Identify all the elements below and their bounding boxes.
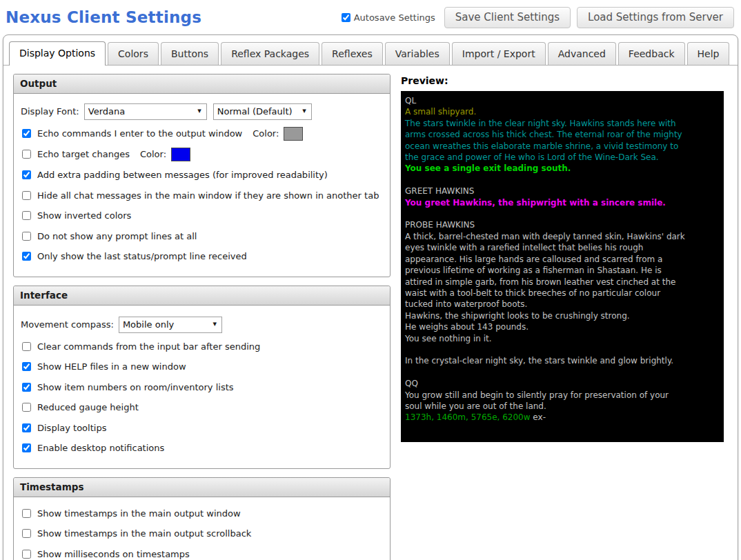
timestamps-section-header: Timestamps <box>14 478 390 497</box>
checkbox-label: Enable desktop notifications <box>37 443 164 453</box>
preview-title: Preview: <box>401 75 728 86</box>
terminal-line: You greet Hawkins, the shipwright with a… <box>405 197 720 208</box>
autosave-checkbox[interactable] <box>342 13 350 22</box>
terminal-line: You grow still and begin to silently pra… <box>405 390 720 401</box>
checkbox-label: Show timestamps in the main output scrol… <box>37 528 251 539</box>
font-family-select-wrap: Verdana <box>84 103 207 120</box>
checkbox-row[interactable]: Only show the last status/prompt line re… <box>21 250 383 263</box>
checkbox[interactable] <box>22 383 31 392</box>
checkbox[interactable] <box>22 550 31 559</box>
terminal-line: You see a single exit leading south. <box>405 163 720 174</box>
terminal-line <box>405 174 720 186</box>
checkbox-row[interactable]: Clear commands from the input bar after … <box>21 340 383 354</box>
checkbox-label: Add extra padding between messages (for … <box>37 170 328 180</box>
movement-compass-select-wrap: Mobile only <box>119 317 222 333</box>
checkbox-row[interactable]: Do not show any prompt lines at all <box>21 230 383 243</box>
color-label: Color: <box>253 128 279 139</box>
preview-terminal: QLA small shipyard.The stars twinkle in … <box>401 91 724 442</box>
checkbox[interactable] <box>22 509 31 518</box>
font-family-select[interactable]: Verdana <box>84 103 207 120</box>
checkbox-row[interactable]: Show timestamps in the main output scrol… <box>21 527 383 541</box>
settings-window: Display OptionsColorsButtonsReflex Packa… <box>3 34 738 560</box>
checkbox[interactable] <box>22 403 31 412</box>
tab-advanced[interactable]: Advanced <box>548 42 616 65</box>
tab-colors[interactable]: Colors <box>108 42 159 65</box>
checkbox-label: Show milliseconds on timestamps <box>37 549 190 559</box>
checkbox-label: Show timestamps in the main output windo… <box>37 508 241 519</box>
terminal-line: 1373h, 1460m, 5765e, 6200w ex- <box>405 412 720 423</box>
tab-import-export[interactable]: Import / Export <box>452 42 546 65</box>
checkbox-row[interactable]: Add extra padding between messages (for … <box>21 168 383 182</box>
save-client-settings-button[interactable]: Save Client Settings <box>444 7 571 28</box>
checkbox-row[interactable]: Reduced gauge height <box>21 401 383 414</box>
checkbox[interactable] <box>22 529 31 538</box>
checkbox-label: Hide all chat messages in the main windo… <box>37 190 379 201</box>
terminal-line: You see nothing in it. <box>405 333 720 344</box>
autosave-label: Autosave Settings <box>354 12 435 23</box>
checkbox-label: Echo target changes <box>37 149 130 159</box>
timestamps-section: Timestamps Show timestamps in the main o… <box>13 477 391 560</box>
preview-column: Preview: QLA small shipyard.The stars tw… <box>401 74 728 560</box>
terminal-line: A small shipyard. <box>405 106 720 117</box>
checkbox[interactable] <box>22 252 31 261</box>
checkbox-label: Display tooltips <box>37 423 106 433</box>
tab-reflexes[interactable]: Reflexes <box>322 42 383 65</box>
checkbox-label: Show inverted colors <box>37 210 131 221</box>
checkbox[interactable] <box>22 443 31 452</box>
terminal-line: In the crystal-clear night sky, the star… <box>405 355 720 366</box>
timestamps-section-body: Show timestamps in the main output windo… <box>14 497 390 560</box>
checkbox[interactable] <box>22 191 31 200</box>
checkbox-row[interactable]: Echo target changesColor: <box>21 148 383 161</box>
checkbox-row[interactable]: Hide all chat messages in the main windo… <box>21 189 383 203</box>
settings-column: Output Display Font:VerdanaNormal (Defau… <box>13 74 391 560</box>
checkbox[interactable] <box>22 232 31 241</box>
font-style-select[interactable]: Normal (Default) <box>213 103 312 120</box>
checkbox-label: Show item numbers on room/inventory list… <box>37 382 234 392</box>
checkbox[interactable] <box>22 129 31 138</box>
tab-display-options[interactable]: Display Options <box>9 41 106 66</box>
checkbox-row[interactable]: Display tooltips <box>21 421 383 435</box>
terminal-line: ocean wreathes this elaborate marble shr… <box>405 141 720 152</box>
checkbox[interactable] <box>22 170 31 179</box>
movement-compass-row: Movement compass:Mobile only <box>21 317 383 333</box>
checkbox-row[interactable]: Show timestamps in the main output windo… <box>21 507 383 521</box>
checkbox-row[interactable]: Echo commands I enter to the output wind… <box>21 127 383 141</box>
color-swatch[interactable] <box>171 148 190 161</box>
tab-feedback[interactable]: Feedback <box>618 42 685 65</box>
checkbox[interactable] <box>22 362 31 371</box>
tab-buttons[interactable]: Buttons <box>161 42 219 65</box>
terminal-line: waist with a tool-belt to thick breeches… <box>405 288 720 299</box>
checkbox[interactable] <box>22 211 31 220</box>
checkbox[interactable] <box>22 423 31 432</box>
tab-variables[interactable]: Variables <box>385 42 450 65</box>
terminal-line: QQ <box>405 378 720 389</box>
checkbox[interactable] <box>22 342 31 351</box>
movement-compass-select[interactable]: Mobile only <box>119 317 222 333</box>
terminal-line: QL <box>405 95 720 106</box>
checkbox-row[interactable]: Show inverted colors <box>21 209 383 223</box>
checkbox-label: Do not show any prompt lines at all <box>37 231 197 241</box>
terminal-line: appearance. His large hands are callouse… <box>405 254 720 265</box>
tab-help[interactable]: Help <box>687 42 730 65</box>
checkbox-row[interactable]: Show item numbers on room/inventory list… <box>21 381 383 394</box>
tab-bar: Display OptionsColorsButtonsReflex Packa… <box>3 35 738 66</box>
color-label: Color: <box>140 149 166 159</box>
checkbox[interactable] <box>22 150 31 159</box>
checkbox-label: Reduced gauge height <box>37 402 139 412</box>
terminal-line: PROBE HAWKINS <box>405 219 720 230</box>
timestamps-options-list: Show timestamps in the main output windo… <box>21 507 383 560</box>
interface-options-list: Clear commands from the input bar after … <box>21 340 383 455</box>
autosave-setting[interactable]: Autosave Settings <box>342 12 435 23</box>
interface-section-body: Movement compass:Mobile only Clear comma… <box>14 306 390 468</box>
tab-reflex-packages[interactable]: Reflex Packages <box>221 42 319 65</box>
checkbox-row[interactable]: Enable desktop notifications <box>21 441 383 455</box>
checkbox-label: Show HELP files in a new window <box>37 361 186 372</box>
color-swatch[interactable] <box>284 127 303 141</box>
terminal-line: A thick, barrel-chested man with deeply … <box>405 231 720 242</box>
checkbox-row[interactable]: Show HELP files in a new window <box>21 360 383 374</box>
terminal-line: arms crossed across his thick chest. The… <box>405 129 720 140</box>
load-settings-from-server-button[interactable]: Load Settings from Server <box>577 7 734 28</box>
display-font-label: Display Font: <box>21 106 79 117</box>
checkbox-row[interactable]: Show milliseconds on timestamps <box>21 548 383 560</box>
checkbox-label: Echo commands I enter to the output wind… <box>37 128 242 139</box>
